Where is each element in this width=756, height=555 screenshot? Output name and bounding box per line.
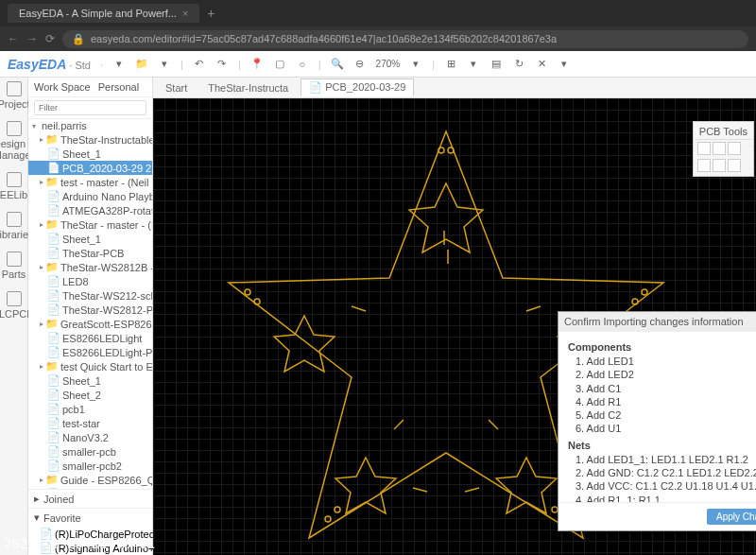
tab-title: EasyEDA - A Simple and Powerf... bbox=[19, 8, 177, 19]
net-line: 2. Add GND: C1.2 C2.1 LED1.2 LED2.2 U1.2… bbox=[568, 466, 756, 479]
rail-project[interactable]: Project bbox=[0, 81, 30, 110]
address-bar[interactable]: 🔒 easyeda.com/editor#id=75ac05c87ad47c68… bbox=[62, 30, 748, 48]
save-icon[interactable]: ▾ bbox=[158, 58, 171, 71]
reload-button[interactable]: ⟳ bbox=[45, 32, 55, 45]
flip-icon[interactable]: ✕ bbox=[535, 58, 548, 71]
net-line: 3. Add VCC: C1.1 C2.2 U1.18 U1.4 U1.6 bbox=[568, 479, 756, 493]
rail-parts[interactable]: Parts bbox=[2, 251, 26, 280]
nets-header: Nets bbox=[568, 440, 756, 451]
tree-item[interactable]: 📄Sheet_2 bbox=[28, 388, 152, 402]
file-menu-icon[interactable]: ▾ bbox=[112, 58, 126, 71]
net-line: 4. Add R1_1: R1.1 bbox=[568, 494, 756, 502]
svg-line-15 bbox=[489, 420, 498, 429]
svg-line-17 bbox=[465, 488, 479, 492]
doc-tab[interactable]: Start bbox=[157, 79, 196, 96]
tree-item[interactable]: 📄Sheet_1 bbox=[28, 147, 152, 161]
tree-item[interactable]: 📄TheStar-PCB bbox=[28, 246, 152, 260]
layer-icon[interactable]: ▾ bbox=[467, 58, 480, 71]
tree-item[interactable]: ▸📁Guide - ESP8266_Quickly_Design bbox=[28, 473, 152, 487]
component-line: 6. Add U1 bbox=[568, 422, 756, 435]
tree-item[interactable]: 📄ES8266LEDLight bbox=[28, 331, 152, 345]
tree-user[interactable]: ▾neil.parris bbox=[28, 119, 152, 132]
component-line: 3. Add C1 bbox=[568, 382, 756, 395]
tool-track[interactable] bbox=[697, 142, 711, 155]
rail-eelib[interactable]: EELib bbox=[0, 172, 27, 200]
pin-icon[interactable]: 📍 bbox=[250, 58, 264, 71]
tree-item[interactable]: 📄Sheet_1 bbox=[28, 373, 152, 388]
tree-item[interactable]: ▸📁TheStar - master - (Neil Parris) bbox=[28, 217, 152, 232]
pcb-canvas[interactable]: PCB Tools Confirm Importing changes info… bbox=[153, 98, 756, 555]
image-icon[interactable]: ▢ bbox=[273, 58, 286, 71]
back-button[interactable]: ← bbox=[8, 32, 19, 45]
zoom-out-icon[interactable]: ⊖ bbox=[353, 58, 367, 71]
tree-item[interactable]: ▸📁TheStar-Instructables - master - (N bbox=[28, 132, 152, 147]
search-icon[interactable]: 🔍 bbox=[331, 58, 344, 71]
tree-item[interactable]: ▸📁test - master - (Neil Parris) bbox=[28, 175, 152, 189]
joined-section[interactable]: ▸Joined bbox=[28, 489, 152, 508]
lock-icon: 🔒 bbox=[72, 33, 85, 45]
svg-point-2 bbox=[245, 289, 250, 295]
redo-icon[interactable]: ↷ bbox=[215, 58, 229, 71]
favorite-section[interactable]: ▾Favorite bbox=[28, 508, 152, 527]
more-icon[interactable]: ▾ bbox=[558, 58, 571, 71]
forward-button[interactable]: → bbox=[26, 32, 38, 45]
tree-item[interactable]: ▸📁test Quick Start to EasyEDA - mas bbox=[28, 359, 152, 373]
pcb-tools-title: PCB Tools bbox=[696, 124, 751, 140]
align-icon[interactable]: ▤ bbox=[490, 58, 503, 71]
tree-item[interactable]: 📄TheStar-WS212-sch bbox=[28, 288, 152, 303]
svg-line-16 bbox=[413, 488, 427, 492]
new-tab-button[interactable]: + bbox=[207, 6, 215, 21]
app-toolbar: EasyEDA · Std · ▾ 📁 ▾ | ↶ ↷ | 📍 ▢ ○ | 🔍 … bbox=[0, 51, 756, 78]
browser-tab[interactable]: EasyEDA - A Simple and Powerf... × bbox=[8, 4, 199, 23]
tool-text[interactable] bbox=[697, 159, 711, 172]
component-line: 4. Add R1 bbox=[568, 395, 756, 408]
tree-item[interactable]: 📄Sheet_1 bbox=[28, 232, 152, 246]
personal-dropdown[interactable]: Personal bbox=[98, 81, 139, 93]
timestamp-overlay: 2020-03-29 22-38-01 bbox=[4, 536, 155, 551]
close-icon[interactable]: × bbox=[182, 8, 188, 19]
folder-icon[interactable]: 📁 bbox=[135, 58, 148, 71]
tree-item[interactable]: 📄smaller-pcb bbox=[28, 444, 152, 459]
tree-item[interactable]: 📄Arduino Nano Playboard bbox=[28, 189, 152, 203]
filter-input[interactable] bbox=[34, 100, 146, 115]
svg-point-6 bbox=[325, 516, 331, 522]
zoom-in-icon[interactable]: ▾ bbox=[409, 58, 422, 71]
tree-item[interactable]: 📄pcb1 bbox=[28, 402, 152, 416]
tree-item[interactable]: ▸📁GreatScott-ESP8266LEDLight - mas bbox=[28, 317, 152, 331]
svg-line-12 bbox=[352, 306, 366, 311]
tree-item[interactable]: 📄LED8 bbox=[28, 274, 152, 288]
doc-tab[interactable]: TheStar-Instructa bbox=[199, 79, 297, 96]
tree-item[interactable]: 📄NanoV3.2 bbox=[28, 430, 152, 444]
tree-item[interactable]: ▸📁TheStar-WS2812B - master - (N bbox=[28, 260, 152, 274]
pcb-tools-panel[interactable]: PCB Tools bbox=[693, 121, 754, 177]
tool-pad[interactable] bbox=[713, 142, 726, 155]
tool-hole[interactable] bbox=[728, 159, 741, 172]
grid-icon[interactable]: ⊞ bbox=[444, 58, 457, 71]
svg-line-14 bbox=[394, 420, 404, 429]
tool-arc[interactable] bbox=[713, 159, 726, 172]
rotate-icon[interactable]: ↻ bbox=[512, 58, 525, 71]
tree-item[interactable]: 📄TheStar-WS2812-PCB bbox=[28, 303, 152, 317]
tree-item[interactable]: 📄ES8266LEDLight-PCB bbox=[28, 345, 152, 359]
zoom-level[interactable]: 270% bbox=[376, 59, 401, 69]
tree-item[interactable]: 📄test-star bbox=[28, 416, 152, 430]
component-line: 2. Add LED2 bbox=[568, 368, 756, 381]
tool-via[interactable] bbox=[728, 142, 741, 155]
app-logo: EasyEDA · Std bbox=[8, 57, 91, 72]
svg-point-3 bbox=[254, 299, 260, 304]
apply-changes-button[interactable]: Apply Changes bbox=[707, 509, 756, 525]
component-line: 5. Add C2 bbox=[568, 408, 756, 422]
undo-icon[interactable]: ↶ bbox=[193, 58, 206, 71]
project-panel: Work Space Personal ▾neil.parris ▸📁TheSt… bbox=[28, 78, 153, 555]
svg-line-13 bbox=[526, 306, 541, 311]
component-line: 1. Add LED1 bbox=[568, 355, 756, 368]
shape-icon[interactable]: ○ bbox=[296, 58, 309, 71]
svg-point-5 bbox=[632, 299, 638, 304]
tree-item[interactable]: 📄ATMEGA328P-rotation-test bbox=[28, 203, 152, 217]
net-line: 1. Add LED1_1: LED1.1 LED2.1 R1.2 bbox=[568, 453, 756, 466]
svg-point-7 bbox=[335, 507, 340, 512]
doc-tab[interactable]: 📄 PCB_2020-03-29 bbox=[301, 78, 414, 96]
tree-item[interactable]: 📄smaller-pcb2 bbox=[28, 459, 152, 473]
svg-point-4 bbox=[642, 289, 647, 295]
tree-item[interactable]: 📄PCB_2020-03-29 22:28:17 bbox=[28, 161, 152, 175]
